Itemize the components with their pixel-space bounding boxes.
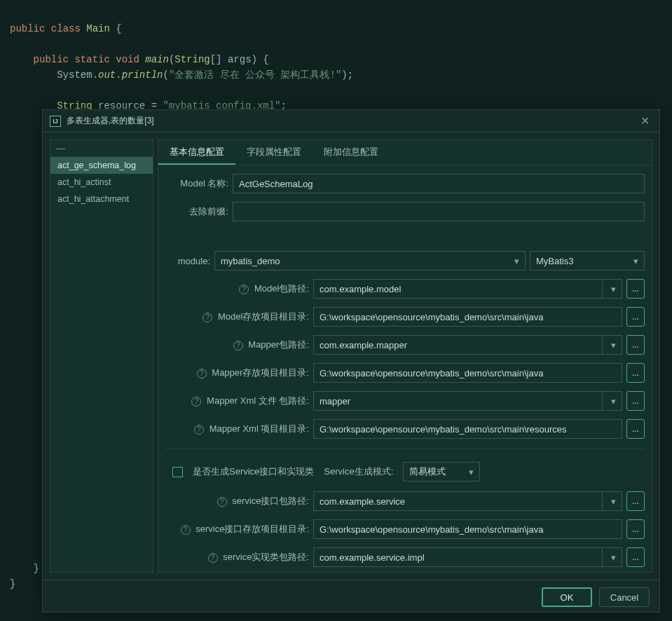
chevron-down-icon: ▾ [514,256,519,266]
form-area: Model 名称: 去除前缀: module: mybatis_demo ▾ M… [158,165,652,572]
sidebar-item-table[interactable]: act_ge_schema_log [50,157,153,174]
model-name-input[interactable] [233,174,645,193]
generate-service-checkbox[interactable] [172,467,183,477]
service-mode-label: Service生成模式: [324,465,393,478]
help-icon[interactable]: ? [233,341,243,350]
sidebar-item-table[interactable]: act_hi_attachment [50,191,153,207]
service-row-2-combo[interactable]: com.example.service.impl▾ [313,547,622,567]
tab-0[interactable]: 基本信息配置 [158,140,235,165]
chevron-down-icon: ▾ [611,496,616,507]
dialog-titlebar: IJ 多表生成器,表的数量[3] ✕ [43,110,659,132]
help-icon[interactable]: ? [208,553,218,563]
help-icon[interactable]: ? [197,369,207,378]
chevron-down-icon: ▾ [633,256,638,266]
divider [165,449,645,449]
service-row-1-input[interactable] [313,519,622,539]
help-icon[interactable]: ? [203,313,212,322]
framework-select[interactable]: MyBatis3 ▾ [530,251,645,271]
service-row-2-label: ? service实现类包路径: [165,551,309,564]
help-icon[interactable]: ? [217,497,227,507]
path-row-2-label: ? Mapper包路径: [165,339,309,351]
service-row-0-browse-button[interactable]: ... [626,491,645,511]
path-row-1-label: ? Model存放项目根目录: [165,310,309,323]
table-list-sidebar: — act_ge_schema_logact_hi_actinstact_hi_… [50,139,153,573]
chevron-down-icon: ▾ [611,396,616,407]
path-row-4-label: ? Mapper Xml 文件 包路径: [165,395,309,407]
remove-prefix-input[interactable] [233,202,645,221]
main-panel: 基本信息配置字段属性配置附加信息配置 Model 名称: 去除前缀: modul… [158,139,652,573]
module-select[interactable]: mybatis_demo ▾ [214,251,526,271]
cancel-button[interactable]: Cancel [599,587,650,607]
path-row-2-browse-button[interactable]: ... [626,335,645,355]
generate-service-label: 是否生成Service接口和实现类 [193,465,314,478]
path-row-0-combo[interactable]: com.example.model▾ [313,279,622,299]
dialog-footer: OK Cancel [43,580,659,614]
path-row-4-browse-button[interactable]: ... [626,391,645,411]
help-icon[interactable]: ? [181,525,191,535]
service-row-2-browse-button[interactable]: ... [626,547,645,567]
chevron-down-icon: ▾ [611,340,616,350]
path-row-1-browse-button[interactable]: ... [626,307,645,327]
model-name-label: Model 名称: [165,177,228,190]
tab-2[interactable]: 附加信息配置 [313,140,390,165]
chevron-down-icon: ▾ [611,284,616,294]
path-row-5-input[interactable] [313,419,622,439]
path-row-2-combo[interactable]: com.example.mapper▾ [313,335,622,355]
path-row-1-input[interactable] [313,307,622,327]
path-row-4-combo[interactable]: mapper▾ [313,391,622,411]
remove-button[interactable]: — [50,140,153,157]
path-row-5-label: ? Mapper Xml 项目根目录: [165,423,309,435]
help-icon[interactable]: ? [191,397,201,407]
help-icon[interactable]: ? [194,425,204,435]
generator-dialog: IJ 多表生成器,表的数量[3] ✕ — act_ge_schema_logac… [42,109,660,613]
service-row-1-label: ? service接口存放项目根目录: [165,523,309,535]
chevron-down-icon: ▾ [469,467,474,477]
chevron-down-icon: ▾ [611,552,616,563]
path-row-0-browse-button[interactable]: ... [626,279,645,299]
module-label: module: [165,256,210,266]
close-icon[interactable]: ✕ [638,114,652,128]
ok-button[interactable]: OK [542,587,592,607]
dialog-title: 多表生成器,表的数量[3] [67,115,154,127]
service-row-0-label: ? service接口包路径: [165,495,309,507]
service-row-1-browse-button[interactable]: ... [626,519,645,539]
service-mode-select[interactable]: 简易模式 ▾ [403,462,480,482]
help-icon[interactable]: ? [239,285,249,294]
tab-bar: 基本信息配置字段属性配置附加信息配置 [158,140,652,165]
remove-prefix-label: 去除前缀: [165,205,228,218]
app-icon: IJ [50,116,61,127]
path-row-3-browse-button[interactable]: ... [626,363,645,383]
path-row-3-label: ? Mapper存放项目根目录: [165,367,309,379]
path-row-0-label: ? Model包路径: [165,282,309,295]
path-row-5-browse-button[interactable]: ... [626,419,645,439]
service-row-0-combo[interactable]: com.example.service▾ [313,491,622,511]
sidebar-item-table[interactable]: act_hi_actinst [50,174,153,191]
tab-1[interactable]: 字段属性配置 [235,140,313,165]
path-row-3-input[interactable] [313,363,622,383]
